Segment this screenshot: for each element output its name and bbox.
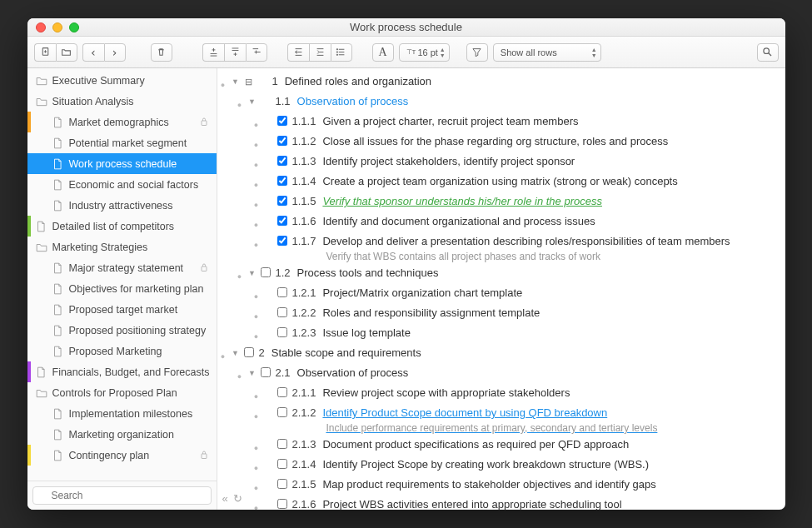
sidebar-item[interactable]: Major strategy statement xyxy=(27,257,217,278)
font-size-stepper[interactable]: ▲▼ xyxy=(440,47,446,58)
row-handle-icon[interactable]: ● xyxy=(234,93,246,113)
row-text[interactable]: Given a project charter, recruit project… xyxy=(322,113,776,129)
row-checkbox[interactable] xyxy=(277,216,287,226)
outline-row[interactable]: ●▼⊟1Defined roles and organization xyxy=(217,73,777,93)
row-handle-icon[interactable]: ● xyxy=(251,476,262,496)
outline-row[interactable]: ●1.1.6Identify and document organization… xyxy=(217,213,777,233)
row-text[interactable]: Project/Matrix organization chart templa… xyxy=(322,285,776,301)
sidebar-item[interactable]: Implementation milestones xyxy=(27,403,217,424)
row-text[interactable]: Stable scope and requirements xyxy=(271,345,777,361)
outdent-button[interactable] xyxy=(287,43,309,62)
row-checkbox[interactable] xyxy=(277,176,287,186)
outline-row[interactable]: ●2.1.3Document product specifications as… xyxy=(217,436,777,456)
outline-row[interactable]: ●2.1.6Project WBS activities entered int… xyxy=(217,496,777,510)
row-checkbox[interactable] xyxy=(277,327,287,337)
outline-row[interactable]: ●2.1.2Identify Product Scope document by… xyxy=(217,405,777,436)
row-text[interactable]: Identify and document organizational and… xyxy=(322,213,776,229)
row-checkbox[interactable] xyxy=(261,367,271,377)
sidebar-item[interactable]: Marketing organization xyxy=(27,424,217,445)
row-handle-icon[interactable]: ● xyxy=(217,73,229,93)
row-checkbox[interactable] xyxy=(244,347,254,357)
open-folder-button[interactable] xyxy=(56,43,77,62)
sidebar-item[interactable]: Proposed Marketing xyxy=(27,341,217,361)
outline-row[interactable]: ●1.1.2Close all issues for the phase reg… xyxy=(217,133,777,153)
row-handle-icon[interactable]: ● xyxy=(251,305,262,325)
row-checkbox[interactable] xyxy=(277,196,287,206)
row-text[interactable]: Observation of process xyxy=(297,365,777,381)
row-text[interactable]: Verify that sponsor understands his/her … xyxy=(322,193,776,209)
row-handle-icon[interactable]: ● xyxy=(251,436,262,456)
sidebar-item[interactable]: Proposed positioning strategy xyxy=(27,320,217,341)
row-handle-icon[interactable]: ● xyxy=(217,345,229,365)
sidebar-item[interactable]: Executive Summary xyxy=(27,70,217,91)
sidebar-item[interactable]: Contingency plan xyxy=(27,445,217,466)
row-checkbox[interactable] xyxy=(277,236,287,246)
row-checkbox[interactable] xyxy=(277,307,287,317)
sidebar-item[interactable]: Work process schedule xyxy=(27,153,217,174)
row-text[interactable]: Project WBS activities entered into appr… xyxy=(322,496,776,510)
sidebar-item[interactable]: Proposed target market xyxy=(27,299,217,320)
outline-row[interactable]: ●▼2.1Observation of process xyxy=(217,365,777,385)
outline-row[interactable]: ●1.1.4Create a project team organization… xyxy=(217,173,777,193)
outline-row[interactable]: ●2.1.1Review project scope with appropri… xyxy=(217,385,777,405)
row-handle-icon[interactable]: ● xyxy=(251,193,262,213)
minimize-window-button[interactable] xyxy=(52,22,62,32)
row-text[interactable]: Identify Product Scope document by using… xyxy=(322,405,776,436)
nav-back-button[interactable]: ‹ xyxy=(82,43,104,62)
outline-row[interactable]: ●1.1.3Identify project stakeholders, ide… xyxy=(217,153,777,173)
row-handle-icon[interactable]: ● xyxy=(251,213,262,233)
row-handle-icon[interactable]: ● xyxy=(251,285,262,305)
row-text[interactable]: Identify project stakeholders, identify … xyxy=(322,153,776,169)
outline-row[interactable]: ●▼1.1Observation of process xyxy=(217,93,777,113)
row-handle-icon[interactable]: ● xyxy=(251,153,262,173)
row-text[interactable]: Identify Project Scope by creating work … xyxy=(322,456,776,472)
outline-row[interactable]: ●1.1.1Given a project charter, recruit p… xyxy=(217,113,777,133)
row-handle-icon[interactable]: ● xyxy=(251,456,262,476)
row-text[interactable]: Develop and deliver a presentation descr… xyxy=(322,233,776,265)
row-text[interactable]: Review project scope with appropriate st… xyxy=(322,385,776,401)
close-window-button[interactable] xyxy=(36,22,46,32)
outline-row[interactable]: ●1.2.2Roles and responsibility assignmen… xyxy=(217,305,777,325)
sidebar-item[interactable]: Financials, Budget, and Forecasts xyxy=(27,361,217,382)
outline-row[interactable]: ●1.1.7Develop and deliver a presentation… xyxy=(217,233,777,265)
row-text[interactable]: Roles and responsibility assignment temp… xyxy=(322,305,776,321)
row-checkbox[interactable] xyxy=(277,407,287,417)
outline-row[interactable]: ●2.1.5Map product requirements to stakeh… xyxy=(217,476,777,496)
sidebar-item[interactable]: Economic and social factors xyxy=(27,174,217,195)
disclosure-triangle-icon[interactable]: ▼ xyxy=(229,345,242,361)
row-text[interactable]: Issue log template xyxy=(322,325,776,341)
row-handle-icon[interactable]: ● xyxy=(251,496,262,510)
outline-row[interactable]: ●▼2Stable scope and requirements xyxy=(217,345,777,365)
row-text[interactable]: Document product specifications as requi… xyxy=(322,436,776,452)
row-checkbox[interactable] xyxy=(277,479,287,489)
disclosure-triangle-icon[interactable]: ▼ xyxy=(229,73,242,90)
disclosure-triangle-icon[interactable]: ▼ xyxy=(246,265,259,281)
collapse-all-icon[interactable]: ⊟ xyxy=(242,73,256,90)
add-row-below-button[interactable] xyxy=(224,43,246,62)
search-button[interactable] xyxy=(757,43,779,62)
row-text[interactable]: Create a project team organization using… xyxy=(322,173,776,189)
add-row-above-button[interactable] xyxy=(202,43,224,62)
row-handle-icon[interactable]: ● xyxy=(234,265,246,285)
sidebar-item[interactable]: Marketing Strategies xyxy=(27,237,217,257)
delete-button[interactable] xyxy=(151,43,172,62)
row-handle-icon[interactable]: ● xyxy=(251,173,262,193)
filter-selector[interactable]: Show all rows ▲▼ xyxy=(493,43,601,62)
row-checkbox[interactable] xyxy=(277,459,287,469)
outline-row[interactable]: ●1.2.3Issue log template xyxy=(217,325,777,345)
row-handle-icon[interactable]: ● xyxy=(251,133,262,153)
row-checkbox[interactable] xyxy=(277,287,287,297)
list-view-button[interactable] xyxy=(331,43,352,62)
sync-icon[interactable]: ↻ xyxy=(233,492,242,505)
outline-pane[interactable]: ●▼⊟1Defined roles and organization●▼1.1O… xyxy=(217,68,785,510)
row-text[interactable]: Map product requirements to stakeholder … xyxy=(322,476,776,492)
row-handle-icon[interactable]: ● xyxy=(251,113,262,133)
disclosure-triangle-icon[interactable]: ▼ xyxy=(246,93,259,110)
sidebar-item[interactable]: Objectives for marketing plan xyxy=(27,278,217,299)
row-text[interactable]: Defined roles and organization xyxy=(285,73,777,89)
disclosure-triangle-icon[interactable]: ▼ xyxy=(246,365,259,381)
sidebar-item[interactable]: Detailed list of competitors xyxy=(27,216,217,237)
row-handle-icon[interactable]: ● xyxy=(251,385,262,405)
sidebar-item[interactable]: Situation Analysis xyxy=(27,91,217,112)
nav-forward-button[interactable]: › xyxy=(104,43,126,62)
